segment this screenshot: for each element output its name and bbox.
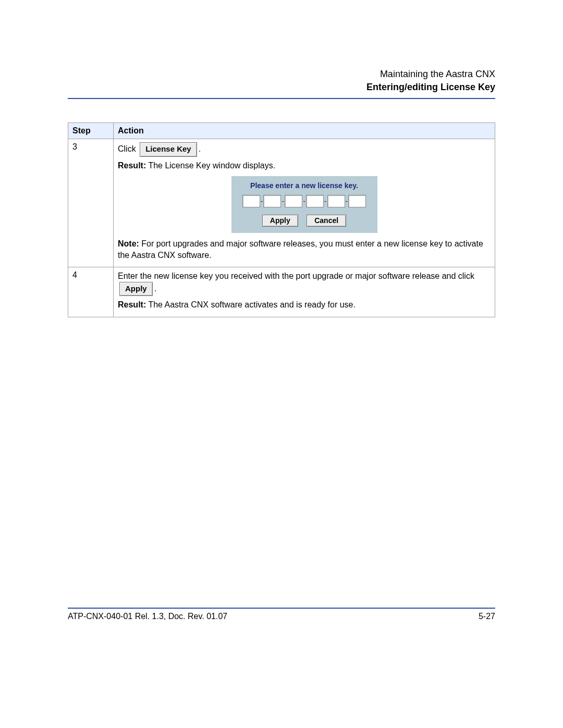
field-separator: -: [303, 197, 305, 205]
table-row: 3 Click License Key. Result: The License…: [68, 139, 495, 267]
footer-rule: [68, 608, 495, 609]
step-number: 4: [68, 267, 114, 317]
col-header-action: Action: [114, 123, 495, 139]
step-number: 3: [68, 139, 114, 267]
license-field-5[interactable]: [327, 195, 345, 207]
apply-button[interactable]: Apply: [262, 215, 298, 227]
license-key-dialog: Please enter a new license key. ----- Ap…: [231, 176, 377, 233]
license-key-fields: -----: [236, 195, 373, 207]
action-cell: Enter the new license key you received w…: [114, 267, 495, 317]
result-label: Result:: [118, 161, 146, 170]
procedure-table: Step Action 3 Click License Key. Result:…: [68, 122, 495, 317]
content-area: Step Action 3 Click License Key. Result:…: [68, 122, 495, 317]
field-separator: -: [346, 197, 348, 205]
footer-page-number: 5-27: [479, 612, 495, 621]
cancel-button[interactable]: Cancel: [307, 215, 346, 227]
result-text: The License Key window displays.: [146, 161, 275, 170]
note-label: Note:: [118, 239, 139, 248]
period: .: [199, 144, 201, 153]
action-cell: Click License Key. Result: The License K…: [114, 139, 495, 267]
result-text: The Aastra CNX software activates and is…: [146, 300, 356, 309]
license-key-button[interactable]: License Key: [140, 142, 197, 156]
instruction-text: Enter the new license key you received w…: [118, 272, 474, 280]
header-section: Entering/editing License Key: [68, 81, 495, 94]
page-footer: ATP-CNX-040-01 Rel. 1.3, Doc. Rev. 01.07…: [68, 603, 495, 621]
footer-doc-id: ATP-CNX-040-01 Rel. 1.3, Doc. Rev. 01.07: [68, 612, 227, 621]
license-field-6[interactable]: [348, 195, 366, 207]
field-separator: -: [282, 197, 284, 205]
license-field-1[interactable]: [242, 195, 260, 207]
page-header: Maintaining the Aastra CNX Entering/edit…: [68, 68, 495, 94]
dialog-title: Please enter a new license key.: [236, 181, 373, 190]
header-chapter: Maintaining the Aastra CNX: [68, 68, 495, 81]
dialog-button-row: Apply Cancel: [236, 215, 373, 227]
document-page: Maintaining the Aastra CNX Entering/edit…: [0, 0, 563, 728]
note-text: For port upgrades and major software rel…: [118, 239, 483, 260]
license-field-3[interactable]: [285, 195, 302, 207]
field-separator: -: [324, 197, 327, 205]
license-field-2[interactable]: [263, 195, 281, 207]
result-label: Result:: [118, 300, 146, 309]
license-field-4[interactable]: [306, 195, 324, 207]
field-separator: -: [261, 197, 263, 205]
table-row: 4 Enter the new license key you received…: [68, 267, 495, 317]
col-header-step: Step: [68, 123, 114, 139]
period: .: [154, 284, 156, 293]
header-rule: [68, 98, 495, 99]
click-label: Click: [118, 144, 136, 153]
apply-button[interactable]: Apply: [119, 282, 153, 296]
